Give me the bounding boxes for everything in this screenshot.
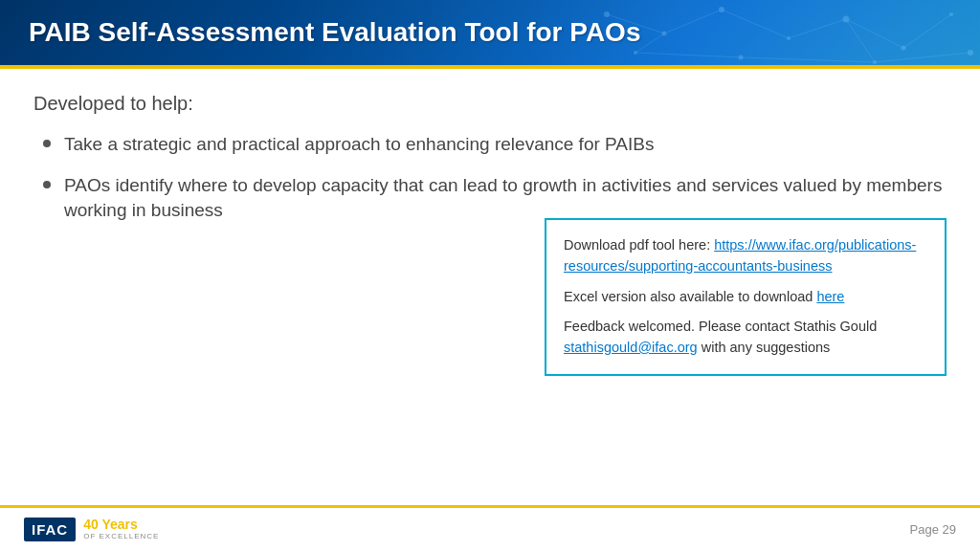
svg-line-19 bbox=[875, 53, 970, 62]
main-content: Developed to help: Take a strategic and … bbox=[0, 69, 980, 253]
infobox-email[interactable]: stathisgould@ifac.org bbox=[564, 340, 698, 355]
infobox-line1-prefix: Download pdf tool here: bbox=[564, 237, 714, 253]
svg-line-17 bbox=[635, 53, 741, 57]
bullet-dot bbox=[43, 140, 51, 147]
svg-line-21 bbox=[846, 19, 875, 62]
infobox-line1: Download pdf tool here: https://www.ifac… bbox=[564, 235, 927, 277]
page-number: Page 29 bbox=[910, 522, 956, 537]
bullet-dot bbox=[43, 181, 51, 188]
footer: IFAC 40 Years OF EXCELLENCE Page 29 bbox=[0, 505, 980, 551]
list-item: Take a strategic and practical approach … bbox=[43, 132, 947, 158]
header: PAIB Self-Assessment Evaluation Tool for… bbox=[0, 0, 980, 65]
svg-line-13 bbox=[722, 10, 789, 38]
infobox-line3-suffix: with any suggestions bbox=[698, 340, 831, 355]
ifac-logo: IFAC bbox=[24, 518, 76, 541]
main-area: Take a strategic and practical approach … bbox=[33, 132, 947, 239]
years-sub: OF EXCELLENCE bbox=[83, 533, 159, 541]
info-box: Download pdf tool here: https://www.ifac… bbox=[545, 218, 947, 376]
infobox-line2: Excel version also available to download… bbox=[564, 287, 927, 308]
svg-line-15 bbox=[846, 19, 903, 48]
svg-line-12 bbox=[664, 10, 722, 33]
bullet-text-2: PAOs identify where to develop capacity … bbox=[64, 173, 947, 224]
page-title: PAIB Self-Assessment Evaluation Tool for… bbox=[29, 17, 640, 47]
infobox-line3: Feedback welcomed. Please contact Stathi… bbox=[564, 317, 927, 359]
footer-logo: IFAC 40 Years OF EXCELLENCE bbox=[24, 518, 159, 541]
infobox-line3-prefix: Feedback welcomed. Please contact Stathi… bbox=[564, 319, 877, 334]
years-bold: 40 Years bbox=[83, 518, 159, 532]
infobox-line2-prefix: Excel version also available to download bbox=[564, 289, 816, 304]
infobox-link2[interactable]: here bbox=[816, 289, 844, 304]
bullet-list: Take a strategic and practical approach … bbox=[43, 132, 947, 224]
bullet-text-1: Take a strategic and practical approach … bbox=[64, 132, 654, 158]
svg-line-16 bbox=[903, 14, 951, 48]
list-item: PAOs identify where to develop capacity … bbox=[43, 173, 947, 224]
intro-text: Developed to help: bbox=[33, 93, 947, 115]
svg-line-18 bbox=[741, 57, 875, 62]
svg-line-14 bbox=[789, 19, 846, 38]
years-text: 40 Years OF EXCELLENCE bbox=[83, 518, 159, 540]
